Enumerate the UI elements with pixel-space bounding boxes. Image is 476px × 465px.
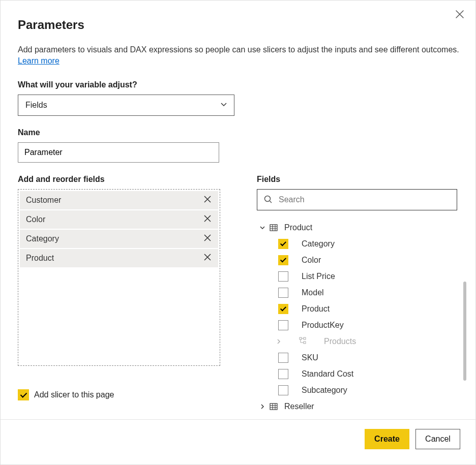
svg-point-0 — [265, 196, 271, 201]
hierarchy-icon — [299, 337, 307, 346]
field-name: Category — [302, 239, 335, 249]
remove-field-icon[interactable] — [203, 253, 212, 264]
fields-search-input[interactable] — [278, 195, 451, 205]
chevron-down-icon[interactable] — [259, 225, 266, 231]
svg-rect-5 — [270, 404, 277, 410]
svg-rect-3 — [304, 337, 306, 339]
field-name: Subcategory — [302, 386, 347, 395]
selected-field-pill[interactable]: Color — [20, 210, 218, 229]
description-text: Add parameters to visuals and DAX expres… — [18, 45, 459, 54]
field-checkbox[interactable] — [278, 239, 288, 249]
field-checkbox[interactable] — [278, 255, 288, 265]
field-pill-label: Customer — [26, 196, 61, 205]
svg-rect-4 — [304, 342, 306, 344]
create-button[interactable]: Create — [365, 429, 409, 449]
field-row[interactable]: Subcategory — [257, 382, 457, 398]
field-name: List Price — [302, 272, 335, 281]
field-row[interactable]: Product — [257, 301, 457, 317]
field-row[interactable]: Model — [257, 285, 457, 301]
cancel-button[interactable]: Cancel — [415, 429, 460, 449]
field-checkbox[interactable] — [278, 353, 288, 363]
adjust-label: What will your variable adjust? — [18, 80, 459, 89]
fields-title: Fields — [257, 175, 457, 184]
scrollbar-thumb[interactable] — [463, 282, 466, 381]
field-pill-label: Category — [26, 234, 59, 243]
table-icon — [269, 223, 278, 232]
adjust-select-value: Fields — [25, 101, 47, 110]
add-slicer-checkbox[interactable] — [18, 389, 29, 400]
field-row[interactable]: SKU — [257, 350, 457, 366]
table-name: Product — [284, 223, 312, 232]
svg-rect-1 — [270, 225, 277, 231]
fields-search[interactable] — [257, 189, 457, 210]
adjust-select[interactable]: Fields — [18, 95, 234, 116]
field-row[interactable]: Standard Cost — [257, 366, 457, 382]
parameters-dialog: Parameters Add parameters to visuals and… — [0, 0, 476, 465]
table-row[interactable]: Reseller — [257, 398, 457, 415]
dialog-description: Add parameters to visuals and DAX expres… — [18, 44, 459, 66]
name-label: Name — [18, 128, 459, 137]
table-name: Reseller — [284, 402, 314, 411]
field-row[interactable]: Category — [257, 236, 457, 252]
add-slicer-label: Add slicer to this page — [34, 390, 114, 399]
field-checkbox[interactable] — [278, 304, 288, 314]
selected-field-pill[interactable]: Product — [20, 249, 218, 267]
field-name: Model — [302, 288, 324, 297]
field-checkbox[interactable] — [278, 385, 288, 395]
table-icon — [269, 402, 278, 411]
remove-field-icon[interactable] — [203, 214, 212, 225]
table-row[interactable]: Product — [257, 220, 457, 236]
selected-field-pill[interactable]: Category — [20, 230, 218, 248]
field-checkbox[interactable] — [278, 288, 288, 298]
reorder-zone[interactable]: CustomerColorCategoryProduct — [18, 189, 220, 366]
field-row[interactable]: Color — [257, 252, 457, 268]
field-name: Standard Cost — [302, 369, 353, 379]
field-row[interactable]: ProductKey — [257, 317, 457, 333]
svg-rect-2 — [300, 337, 302, 339]
close-button[interactable] — [453, 8, 466, 22]
field-checkbox[interactable] — [278, 369, 288, 379]
selected-field-pill[interactable]: Customer — [20, 191, 218, 209]
chevron-down-icon — [220, 100, 228, 110]
field-pill-label: Color — [26, 215, 45, 224]
field-name: Color — [302, 256, 321, 265]
search-icon — [263, 195, 273, 205]
chevron-right-icon[interactable] — [275, 338, 282, 345]
field-name: Product — [302, 304, 330, 314]
learn-more-link[interactable]: Learn more — [18, 56, 60, 65]
field-row[interactable]: List Price — [257, 268, 457, 285]
dialog-footer: Create Cancel — [1, 419, 475, 464]
close-icon — [455, 10, 464, 19]
name-input[interactable] — [18, 142, 219, 163]
field-checkbox[interactable] — [278, 320, 288, 330]
field-name: SKU — [302, 353, 318, 362]
reorder-label: Add and reorder fields — [18, 175, 220, 184]
field-pill-label: Product — [26, 254, 54, 263]
remove-field-icon[interactable] — [203, 233, 212, 244]
field-checkbox[interactable] — [278, 271, 288, 282]
field-name: ProductKey — [302, 321, 344, 330]
remove-field-icon[interactable] — [203, 195, 212, 206]
fields-tree: ProductCategoryColorList PriceModelProdu… — [257, 220, 457, 415]
chevron-right-icon[interactable] — [259, 404, 266, 410]
dialog-title: Parameters — [18, 18, 459, 32]
field-row: Products — [257, 333, 457, 350]
field-name: Products — [324, 337, 356, 346]
